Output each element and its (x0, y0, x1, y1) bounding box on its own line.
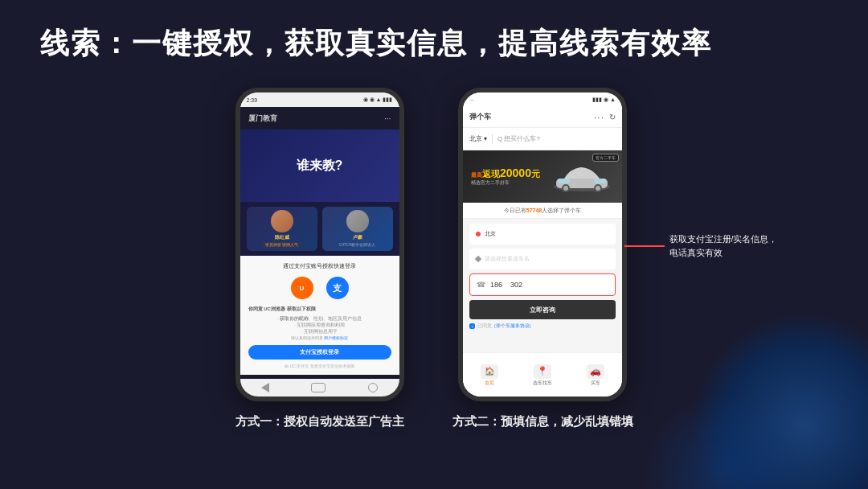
phone2-bottom-nav: 🏠 首页 📍 选车找车 🚗 买车 (463, 352, 622, 397)
phone2-time: ··· (469, 97, 474, 103)
uc-permission-header: 你同意 UC浏览器 获取以下权限 (248, 306, 391, 313)
car-select-row[interactable]: 请选择您要选车名 (469, 249, 616, 269)
teacher1-name: 陈红威 (275, 234, 289, 241)
phone2-status-icons: ▮▮▮ ◉ ▲ (592, 97, 616, 103)
phone2-header: 弹个车 ··· ↻ (463, 107, 622, 128)
chevron-down-icon: ▾ (484, 135, 487, 142)
phone2-caption: 方式二：预填信息，减少乱填错填 (452, 414, 633, 429)
teacher2-name: 卢豪 (353, 234, 362, 241)
uc-icon: U (291, 277, 313, 299)
phone1-wrapper: 2:39 ◉ ◉ ▲ ▮▮▮ 厦门教育 ··· 谁来教? (235, 88, 404, 429)
teacher1-tag: 学员评价 讲师人气 (263, 242, 301, 248)
phone1-status-bar: 2:39 ◉ ◉ ▲ ▮▮▮ (240, 92, 399, 107)
agreement-text: 已同意 (477, 323, 492, 329)
phone1-auth-section: 通过支付宝账号授权快速登录 U 支 你同意 UC浏览器 获取以下权限 · 获取你… (240, 256, 399, 375)
phone1-nav (240, 379, 399, 397)
nav-item-find-car[interactable]: 📍 选车找车 (533, 364, 552, 386)
recent-nav-btn[interactable] (368, 383, 378, 392)
phone1-frame: 2:39 ◉ ◉ ▲ ▮▮▮ 厦门教育 ··· 谁来教? (235, 88, 404, 401)
teacher1-card: 陈红威 学员评价 讲师人气 (247, 207, 317, 251)
agreement-link[interactable]: (弹个车服务协议) (494, 323, 531, 329)
auth-agreement: 请认真阅读并同意 用户授权协议 (248, 335, 391, 340)
phone1-header: 厦门教育 ··· (240, 107, 399, 129)
phone1-header-menu: ··· (384, 114, 391, 123)
location-dot-icon (476, 232, 481, 236)
auth-icons: U 支 (248, 277, 391, 299)
agreement-checkbox[interactable]: ✓ (469, 323, 475, 329)
nav-item-home[interactable]: 🏠 首页 (481, 364, 498, 386)
nav-label-find-car: 选车找车 (533, 380, 552, 386)
phone2-header-icons: ··· ↻ (594, 112, 616, 123)
search-divider (492, 134, 493, 144)
nav-label-buy-car: 买车 (591, 380, 600, 386)
phone2-location: 北京 ▾ (469, 134, 487, 143)
auth-title: 通过支付宝账号授权快速登录 (248, 262, 391, 270)
submit-btn[interactable]: 立即咨询 (469, 300, 616, 319)
phone2-status-bar: ··· ▮▮▮ ◉ ▲ (463, 92, 622, 107)
banner-sub-text: 精选官方二手好车 (471, 179, 550, 187)
find-car-icon: 📍 (534, 364, 551, 379)
banner-text-area: 最高返现20000元 精选官方二手好车 (471, 166, 550, 187)
car-placeholder: 请选择您要选车名 (485, 255, 530, 263)
annotation-line (624, 245, 665, 247)
phone1-app-name: 厦门教育 (248, 113, 277, 124)
nav-label-home: 首页 (485, 380, 494, 386)
buy-car-icon: 🚗 (587, 364, 604, 379)
phone2-search-bar: 北京 ▾ Q 想买什么车? (463, 128, 622, 150)
phone1-teachers: 陈红威 学员评价 讲师人气 卢豪 CATCH教学金牌讲人 (240, 202, 399, 256)
phone2-stats: 今日已有57748人选择了弹个车 (463, 203, 622, 219)
home-icon: 🏠 (481, 364, 498, 379)
phone1-status-icons: ◉ ◉ ▲ ▮▮▮ (363, 97, 393, 103)
teacher1-avatar (271, 210, 293, 232)
main-container: 线索：一键授权，获取真实信息，提高线索有效率 2:39 ◉ ◉ ▲ ▮▮▮ 厦门… (0, 0, 868, 489)
auth-permissions: · 获取你的昵称、性别、地区及用户信息 · 互联网应用查询和利用 · 互联网信息… (248, 316, 391, 335)
auth-agreement-link[interactable]: 用户授权协议 (324, 335, 348, 340)
nav-item-buy-car[interactable]: 🚗 买车 (587, 364, 604, 386)
auth-btn[interactable]: 支付宝授权登录 (248, 345, 391, 360)
phone1-caption: 方式一：授权自动发送至广告主 (235, 414, 404, 429)
phone2-refresh-icon[interactable]: ↻ (609, 113, 616, 121)
phone1-hero-text: 谁来教? (297, 158, 343, 175)
phone1-time: 2:39 (247, 97, 258, 103)
location-diamond-icon (475, 256, 481, 262)
svg-rect-6 (558, 179, 570, 183)
teacher2-avatar (346, 210, 369, 232)
back-nav-btn[interactable] (261, 383, 269, 392)
phone2-wrapper: ··· ▮▮▮ ◉ ▲ 弹个车 ··· ↻ (452, 88, 633, 429)
teacher2-card: 卢豪 CATCH教学金牌讲人 (322, 207, 393, 251)
phone2-search-placeholder[interactable]: Q 想买什么车? (497, 134, 616, 143)
phone-number-display: 186 302 (490, 281, 522, 289)
stats-number: 57748 (526, 208, 542, 213)
annotation-callout: 获取支付宝注册/实名信息， 电话真实有效 (624, 232, 778, 260)
phone2-app-name: 弹个车 (469, 112, 491, 122)
phone2-menu-icon[interactable]: ··· (594, 112, 604, 123)
svg-point-5 (596, 186, 600, 191)
home-nav-btn[interactable] (311, 383, 326, 392)
banner-big-text: 最高返现20000元 (471, 166, 550, 180)
agreement-row: ✓ 已同意 (弹个车服务协议) (469, 323, 616, 329)
annotation-text: 获取支付宝注册/实名信息， 电话真实有效 (669, 232, 778, 260)
auth-footer: 由 UC-支付宝 负责支付宝安全技术保障 (248, 364, 391, 368)
phone-icon: ☎ (477, 281, 485, 289)
page-title: 线索：一键授权，获取真实信息，提高线索有效率 (40, 24, 828, 64)
city-input-row[interactable]: 北京 (469, 224, 616, 244)
phone2-banner: 最高返现20000元 精选官方二手好车 (463, 150, 622, 203)
svg-rect-7 (594, 179, 606, 183)
phone2-content: 弹个车 ··· ↻ 北京 ▾ Q 想买什么车? (463, 107, 622, 397)
banner-official-tag: 官方二手车 (592, 154, 619, 162)
alipay-icon: 支 (326, 277, 349, 299)
phone-input-row[interactable]: ☎ 186 302 (469, 273, 616, 296)
svg-point-3 (563, 186, 568, 191)
phone1-content: 厦门教育 ··· 谁来教? 陈红威 学员评价 讲师人气 (240, 107, 399, 397)
phone2-frame: ··· ▮▮▮ ◉ ▲ 弹个车 ··· ↻ (458, 88, 627, 401)
banner-car-svg (550, 161, 614, 193)
teacher2-tag: CATCH教学金牌讲人 (337, 242, 378, 248)
phone2-form: 北京 请选择您要选车名 ☎ 186 302 (463, 219, 622, 334)
phone1-hero: 谁来教? (240, 129, 399, 202)
city-value: 北京 (485, 230, 496, 238)
